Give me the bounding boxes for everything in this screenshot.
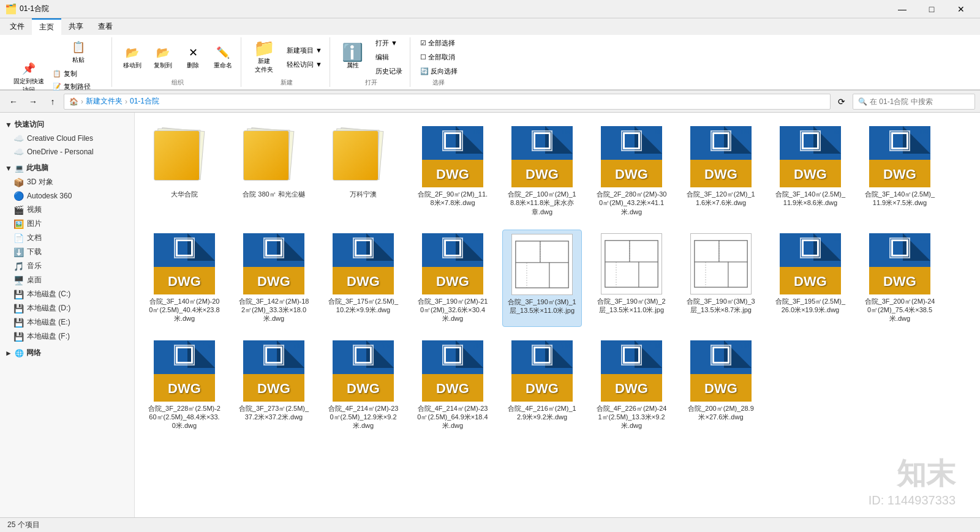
file-item-f19[interactable]: DWG TM 合院_3F_228㎡(2.5M)-260㎡(2.5M)_48.4米…	[145, 337, 224, 434]
file-thumbnail: DWG TM	[151, 233, 218, 294]
move-button[interactable]: 📂 移动到	[119, 43, 145, 72]
properties-button[interactable]: ℹ️ 属性	[337, 43, 368, 72]
tm-badge: TM	[830, 129, 839, 135]
file-thumbnail: DWG TM	[419, 340, 486, 402]
copy-button[interactable]: 📋复制	[50, 68, 107, 80]
downloads-icon: ⬇️	[13, 247, 23, 257]
path-home[interactable]: 🏠	[69, 97, 78, 106]
desktop-icon: 🖥️	[13, 275, 23, 285]
network-header[interactable]: ► 🌐 网络	[0, 346, 134, 360]
file-item-f16[interactable]: 合院_3F_190㎡(3M)_3层_13.5米×8.7米.jpg	[681, 230, 761, 327]
paste-icon: 📋	[71, 40, 86, 54]
this-pc-header[interactable]: ▼ 💻 此电脑	[0, 161, 134, 175]
new-secondary: 新建项目 ▼ 轻松访问 ▼	[284, 45, 325, 70]
select-none-button[interactable]: ☐ 全部取消	[418, 51, 458, 63]
delete-button[interactable]: ✕ 删除	[181, 43, 205, 72]
file-item-f6[interactable]: DWG TM 合院_2F_280㎡(2M)-300㎡(2M)_43.2米×41.…	[592, 122, 671, 220]
disk-c-icon: 💾	[13, 290, 23, 299]
dwg-file-icon: DWG TM	[780, 126, 841, 187]
file-item-f15[interactable]: 合院_3F_190㎡(3M)_2层_13.5米×11.0米.jpg	[592, 230, 671, 327]
file-item-f14[interactable]: 合院_3F_190㎡(3M)_1层_13.5米×11.0米.jpg	[502, 230, 582, 327]
3d-icon: 📦	[13, 178, 23, 187]
ribbon-group-new: 📁 新建文件夹 新建项目 ▼ 轻松访问 ▼ 新建	[244, 37, 330, 87]
folder-preview	[154, 129, 215, 184]
jpg-preview	[511, 234, 573, 295]
sidebar-section-quick-access: ▼ 快速访问 ☁️ Creative Cloud Files ☁️ OneDri…	[0, 118, 134, 159]
sidebar-item-desktop[interactable]: 🖥️ 桌面	[0, 273, 134, 287]
tab-home[interactable]: 主页	[32, 18, 61, 35]
new-item-button[interactable]: 新建项目 ▼	[284, 45, 325, 56]
sidebar-item-onedrive[interactable]: ☁️ OneDrive - Personal	[0, 145, 134, 159]
file-item-f5[interactable]: DWG TM 合院_2F_100㎡(2M)_18.8米×11.8米_床水亦章.d…	[502, 122, 582, 220]
minimize-button[interactable]: —	[888, 0, 916, 18]
file-item-f13[interactable]: DWG TM 合院_3F_190㎡(2M)-210㎡(2M)_32.6米×30.…	[413, 230, 492, 327]
sidebar-item-disk-e[interactable]: 💾 本地磁盘 (E:)	[0, 315, 134, 329]
file-item-f25[interactable]: DWG TM 合院_200㎡(2M)_28.9米×27.6米.dwg	[681, 337, 761, 434]
file-label: 合院_3F_190㎡(3M)_1层_13.5米×11.0米.jpg	[507, 298, 578, 315]
path-current[interactable]: 01-1合院	[130, 96, 159, 107]
file-item-f20[interactable]: DWG TM 合院_3F_273㎡(2.5M)_37.2米×37.2米.dwg	[234, 337, 314, 434]
rename-button[interactable]: ✏️ 重命名	[210, 43, 236, 72]
new-folder-button[interactable]: 📁 新建文件夹	[249, 39, 279, 77]
app-icon: 🗂️	[5, 3, 17, 15]
dwg-text-label: DWG	[526, 167, 559, 182]
search-input[interactable]	[870, 97, 970, 106]
address-path[interactable]: 🏠 › 新建文件夹 › 01-1合院	[64, 94, 831, 110]
disk-f-icon: 💾	[13, 332, 23, 342]
file-item-f17[interactable]: DWG TM 合院_3F_195㎡(2.5M)_26.0米×19.9米.dwg	[771, 230, 850, 327]
sidebar-item-pictures[interactable]: 🖼️ 图片	[0, 217, 134, 231]
select-all-button[interactable]: ☑ 全部选择	[418, 37, 458, 49]
file-item-f23[interactable]: DWG TM 合院_4F_216㎡(2M)_12.9米×9.2米.dwg	[502, 337, 582, 434]
refresh-button[interactable]: ⟳	[833, 93, 850, 110]
file-item-f8[interactable]: DWG TM 合院_3F_140㎡(2.5M)_11.9米×8.6米.dwg	[771, 122, 850, 220]
up-button[interactable]: ↑	[44, 93, 61, 110]
forward-button[interactable]: →	[24, 93, 42, 110]
tab-file[interactable]: 文件	[2, 18, 32, 35]
edit-button[interactable]: 编辑	[373, 51, 405, 63]
file-item-f1[interactable]: 大华合院	[145, 122, 224, 220]
chevron-icon-net: ►	[5, 349, 12, 358]
file-item-f10[interactable]: DWG TM 合院_3F_140㎡(2M)-200㎡(2.5M)_40.4米×2…	[145, 230, 224, 327]
file-item-f24[interactable]: DWG TM 合院_4F_226㎡(2M)-241㎡(2.5M)_13.3米×9…	[592, 337, 671, 434]
sidebar-item-disk-f[interactable]: 💾 本地磁盘 (F:)	[0, 329, 134, 343]
ribbon-group-open: ℹ️ 属性 打开 ▼ 编辑 历史记录 打开	[333, 37, 410, 87]
easy-access-button[interactable]: 轻松访问 ▼	[284, 59, 325, 70]
sidebar-item-downloads[interactable]: ⬇️ 下载	[0, 245, 134, 259]
sidebar-item-documents[interactable]: 📄 文档	[0, 231, 134, 245]
sidebar-item-disk-d[interactable]: 💾 本地磁盘 (D:)	[0, 301, 134, 315]
sidebar-item-disk-c[interactable]: 💾 本地磁盘 (C:)	[0, 287, 134, 301]
quick-access-header[interactable]: ▼ 快速访问	[0, 118, 134, 132]
back-button[interactable]: ←	[5, 93, 22, 110]
history-button[interactable]: 历史记录	[373, 66, 405, 77]
file-item-f9[interactable]: DWG TM 合院_3F_140㎡(2.5M)_11.9米×7.5米.dwg	[860, 122, 940, 220]
tab-share[interactable]: 共享	[61, 18, 91, 35]
title-bar-left: 🗂️ 01-1合院	[5, 3, 49, 15]
file-item-f7[interactable]: DWG TM 合院_3F_120㎡(2M)_11.6米×7.6米.dwg	[681, 122, 761, 220]
path-folder[interactable]: 新建文件夹	[86, 96, 123, 107]
sidebar-item-3d[interactable]: 📦 3D 对象	[0, 175, 134, 189]
sidebar-item-creative-cloud[interactable]: ☁️ Creative Cloud Files	[0, 132, 134, 145]
tm-badge: TM	[204, 343, 213, 350]
file-item-f4[interactable]: DWG TM 合院_2F_90㎡(2M)_11.8米×7.8米.dwg	[413, 122, 492, 220]
file-item-f12[interactable]: DWG TM 合院_3F_175㎡(2.5M)_10.2米×9.9米.dwg	[323, 230, 403, 327]
sidebar-item-music[interactable]: 🎵 音乐	[0, 259, 134, 273]
close-button[interactable]: ✕	[947, 0, 975, 18]
maximize-button[interactable]: □	[918, 0, 946, 18]
file-item-f2[interactable]: 合院 380㎡ 和光尘樾	[234, 122, 314, 220]
dwg-file-icon: DWG TM	[601, 340, 662, 402]
paste-button[interactable]: 📋 粘贴	[50, 37, 107, 67]
file-item-f18[interactable]: DWG TM 合院_3F_200㎡(2M)-240㎡(2M)_75.4米×38.…	[860, 230, 940, 327]
invert-select-button[interactable]: 🔄 反向选择	[418, 66, 460, 77]
copy-to-button[interactable]: 📂 复制到	[150, 43, 176, 72]
jpg-preview	[601, 233, 662, 294]
sidebar-item-videos[interactable]: 🎬 视频	[0, 203, 134, 217]
file-item-f21[interactable]: DWG TM 合院_4F_214㎡(2M)-230㎡(2.5M)_12.9米×9…	[323, 337, 403, 434]
open-button[interactable]: 打开 ▼	[373, 37, 405, 49]
file-item-f22[interactable]: DWG TM 合院_4F_214㎡(2M)-230㎡(2.5M)_64.9米×1…	[413, 337, 492, 434]
file-item-f3[interactable]: 万科宁澳	[323, 122, 403, 220]
sidebar-item-autodesk[interactable]: 🔵 Autodesk 360	[0, 189, 134, 203]
tab-view[interactable]: 查看	[91, 18, 120, 35]
file-item-f11[interactable]: DWG TM 合院_3F_142㎡(2M)-182㎡(2M)_33.3米×18.…	[234, 230, 314, 327]
dwg-text-label: DWG	[347, 381, 380, 397]
file-label: 合院_3F_175㎡(2.5M)_10.2米×9.9米.dwg	[327, 297, 399, 315]
